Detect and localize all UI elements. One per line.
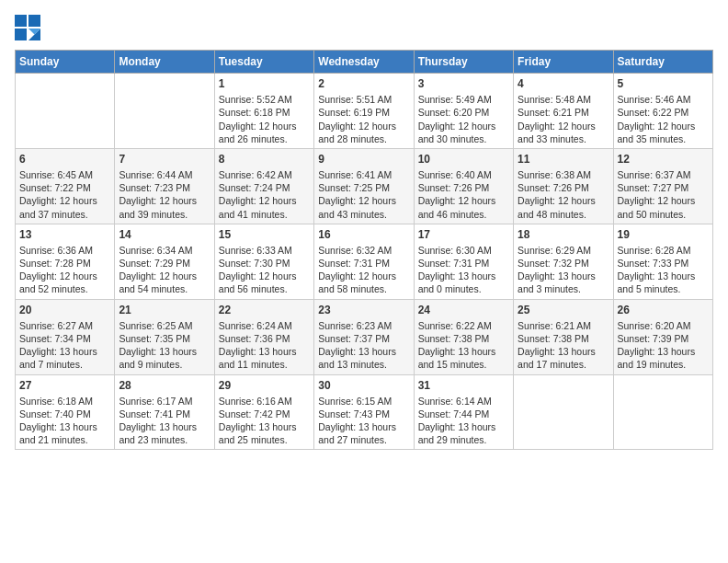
day-number: 15 [219,227,310,242]
day-info-line: Sunset: 7:33 PM [618,257,709,270]
day-info-line: Sunrise: 5:48 AM [518,93,609,106]
day-info-line: Daylight: 12 hours [219,194,310,207]
day-info-line: Daylight: 12 hours [19,270,110,282]
calendar-week-row: 20Sunrise: 6:27 AMSunset: 7:34 PMDayligh… [16,299,713,374]
day-info-line: and 7 minutes. [19,358,110,371]
day-number: 4 [518,76,609,91]
day-info-line: Daylight: 12 hours [119,194,210,207]
calendar-day-cell: 3Sunrise: 5:49 AMSunset: 6:20 PMDaylight… [414,74,513,149]
day-info-line: Daylight: 12 hours [19,194,110,207]
day-info-line: Sunrise: 6:32 AM [318,244,409,257]
day-number: 5 [618,76,709,91]
day-info-line: Sunset: 7:39 PM [618,332,709,345]
day-info-line: Sunrise: 6:20 AM [618,319,709,332]
day-info-line: Sunset: 7:38 PM [518,332,609,345]
day-info-line: Sunset: 7:32 PM [518,257,609,270]
day-info-line: Sunrise: 6:23 AM [318,319,409,332]
day-info-line: Sunrise: 5:49 AM [418,93,509,106]
logo-icon [15,15,40,40]
day-info-line: Sunrise: 6:24 AM [219,319,310,332]
day-info-line: Sunrise: 6:28 AM [618,244,709,257]
day-info-line: Daylight: 13 hours [618,270,709,282]
day-info-line: Daylight: 12 hours [219,270,310,282]
calendar-day-cell [115,74,214,149]
day-info-line: Sunrise: 6:17 AM [119,395,210,408]
day-number: 14 [119,227,210,242]
calendar-day-cell [613,374,712,450]
day-info-line: Sunrise: 6:37 AM [618,168,709,181]
calendar-day-cell: 21Sunrise: 6:25 AMSunset: 7:35 PMDayligh… [115,299,214,374]
day-number: 3 [418,76,509,91]
day-info-line: Sunset: 7:24 PM [219,181,310,194]
day-info-line: Daylight: 13 hours [119,345,210,358]
day-info-line: and 17 minutes. [518,358,609,371]
calendar-day-cell [16,74,115,149]
calendar-day-cell: 20Sunrise: 6:27 AMSunset: 7:34 PMDayligh… [16,299,115,374]
day-info-line: Daylight: 13 hours [518,270,609,282]
day-info-line: Sunrise: 6:30 AM [418,244,509,257]
day-number: 29 [219,378,310,393]
calendar-day-cell: 12Sunrise: 6:37 AMSunset: 7:27 PMDayligh… [613,148,712,224]
day-info-line: Sunrise: 6:16 AM [219,395,310,408]
day-info-line: Daylight: 13 hours [19,345,110,358]
calendar-day-cell: 18Sunrise: 6:29 AMSunset: 7:32 PMDayligh… [514,224,613,299]
day-info-line: Sunset: 7:22 PM [19,181,110,194]
day-info-line: Daylight: 12 hours [219,120,310,132]
calendar-day-cell: 17Sunrise: 6:30 AMSunset: 7:31 PMDayligh… [414,224,513,299]
day-info-line: and 19 minutes. [618,358,709,371]
calendar-day-cell: 16Sunrise: 6:32 AMSunset: 7:31 PMDayligh… [314,224,414,299]
day-number: 31 [418,378,509,393]
day-info-line: Sunrise: 5:52 AM [219,93,310,106]
day-info-line: Sunrise: 6:29 AM [518,244,609,257]
day-info-line: Sunset: 7:31 PM [318,257,409,270]
day-info-line: and 35 minutes. [618,132,709,145]
day-info-line: Sunset: 7:26 PM [418,181,509,194]
day-number: 28 [119,378,210,393]
calendar-day-cell: 27Sunrise: 6:18 AMSunset: 7:40 PMDayligh… [16,374,115,450]
day-info-line: Daylight: 13 hours [418,345,509,358]
day-info-line: Daylight: 12 hours [119,270,210,282]
day-info-line: Sunset: 7:26 PM [518,181,609,194]
weekday-header-cell: Sunday [16,51,115,74]
day-info-line: Daylight: 12 hours [418,194,509,207]
day-info-line: Sunrise: 6:14 AM [418,395,509,408]
weekday-header-cell: Tuesday [214,51,313,74]
page-header [15,15,713,40]
calendar-day-cell: 31Sunrise: 6:14 AMSunset: 7:44 PMDayligh… [414,374,513,450]
day-info-line: and 5 minutes. [618,282,709,295]
calendar-day-cell: 14Sunrise: 6:34 AMSunset: 7:29 PMDayligh… [115,224,214,299]
day-info-line: Daylight: 13 hours [418,420,509,433]
day-info-line: Sunrise: 6:40 AM [418,168,509,181]
calendar-day-cell: 6Sunrise: 6:45 AMSunset: 7:22 PMDaylight… [16,148,115,224]
day-info-line: Sunrise: 6:38 AM [518,168,609,181]
day-info-line: Sunrise: 5:51 AM [318,93,409,106]
day-info-line: Sunrise: 6:27 AM [19,319,110,332]
day-info-line: and 52 minutes. [19,282,110,295]
day-info-line: and 25 minutes. [219,433,310,446]
day-number: 6 [19,152,110,167]
day-info-line: Daylight: 13 hours [219,420,310,433]
day-info-line: and 50 minutes. [618,208,709,221]
day-info-line: Sunset: 7:31 PM [418,257,509,270]
calendar-week-row: 13Sunrise: 6:36 AMSunset: 7:28 PMDayligh… [16,224,713,299]
day-info-line: Daylight: 13 hours [19,420,110,433]
calendar-day-cell: 10Sunrise: 6:40 AMSunset: 7:26 PMDayligh… [414,148,513,224]
day-info-line: Daylight: 12 hours [318,270,409,282]
day-number: 16 [318,227,409,242]
day-info-line: Sunrise: 6:15 AM [318,395,409,408]
day-info-line: and 48 minutes. [518,208,609,221]
calendar-day-cell: 1Sunrise: 5:52 AMSunset: 6:18 PMDaylight… [214,74,313,149]
day-info-line: and 11 minutes. [219,358,310,371]
day-info-line: Sunrise: 6:42 AM [219,168,310,181]
day-number: 25 [518,303,609,317]
day-info-line: Sunset: 7:29 PM [119,257,210,270]
logo [15,15,44,40]
day-info-line: Sunrise: 6:25 AM [119,319,210,332]
day-number: 9 [318,152,409,167]
calendar-day-cell: 22Sunrise: 6:24 AMSunset: 7:36 PMDayligh… [214,299,313,374]
day-info-line: Sunrise: 6:34 AM [119,244,210,257]
day-info-line: Sunset: 7:42 PM [219,408,310,420]
day-number: 17 [418,227,509,242]
day-info-line: Daylight: 12 hours [618,194,709,207]
calendar-day-cell: 11Sunrise: 6:38 AMSunset: 7:26 PMDayligh… [514,148,613,224]
